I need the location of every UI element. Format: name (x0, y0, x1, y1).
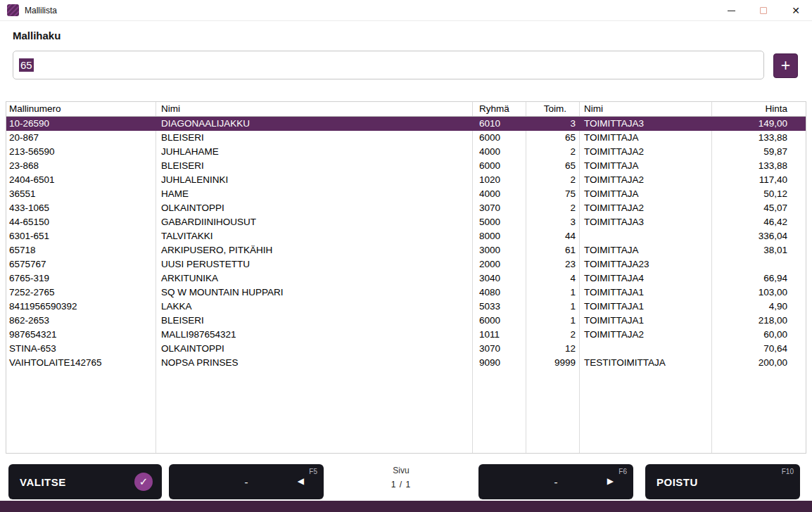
column-header-nimi[interactable]: Nimi (156, 102, 472, 116)
table-cell: TOIMITTAJA2 (579, 145, 711, 159)
titlebar: Mallilista ✕ (0, 0, 812, 21)
minimize-button[interactable] (715, 0, 747, 21)
table-cell: TOIMITTAJA23 (579, 257, 711, 271)
table-cell: 66,94 (711, 271, 806, 286)
table-row[interactable]: 44-65150GABARDIINIHOUSUT50003TOIMITTAJA3… (6, 215, 806, 229)
table-row[interactable]: VAIHTOLAITE142765NOPSA PRINSES90909999TE… (6, 356, 806, 370)
table-cell: 200,00 (711, 356, 806, 370)
table-cell: 36551 (6, 187, 156, 201)
table-cell: 1 (526, 286, 579, 300)
table-cell: LAKKA (156, 300, 472, 314)
table-row[interactable]: STINA-653OLKAINTOPPI30701270,64 (6, 342, 806, 356)
table-cell: 4000 (472, 187, 526, 201)
table-cell: 3040 (472, 271, 526, 286)
table-cell: JUHLALENINKI (156, 173, 472, 187)
table-cell: 433-1065 (6, 201, 156, 215)
column-header-ryhma[interactable]: Ryhmä (472, 102, 526, 116)
table-cell: VAIHTOLAITE142765 (6, 356, 156, 370)
table-row[interactable]: 433-1065OLKAINTOPPI30702TOIMITTAJA245,07 (6, 201, 806, 215)
table-cell: 213-56590 (6, 145, 156, 159)
table-cell: 12 (526, 342, 579, 356)
table-cell: 1011 (472, 328, 526, 342)
table-cell: SQ W MOUNTAIN HUPPARI (156, 286, 472, 300)
add-button[interactable]: + (773, 53, 798, 78)
table-cell: 3 (526, 117, 579, 131)
table-row[interactable]: 213-56590JUHLAHAME40002TOIMITTAJA259,87 (6, 145, 806, 159)
table-row[interactable]: 6301-651TALVITAKKI800044336,04 (6, 229, 806, 243)
bottom-strip (0, 501, 812, 512)
table-cell: 10-26590 (6, 117, 156, 131)
table-cell: 2 (526, 201, 579, 215)
page-label: Sivu (366, 466, 436, 475)
table-row[interactable]: 65718ARKIPUSERO, PITKÄHIH300061TOIMITTAJ… (6, 243, 806, 257)
table-row[interactable]: 6575767UUSI PERUSTETTU200023TOIMITTAJA23 (6, 257, 806, 271)
table-cell: 65718 (6, 243, 156, 257)
search-input-value: 65 (19, 58, 34, 72)
table-row[interactable]: 20-867BLEISERI600065TOIMITTAJA133,88 (6, 131, 806, 145)
table-cell (711, 257, 806, 271)
table-row[interactable]: 36551HAME400075TOIMITTAJA50,12 (6, 187, 806, 201)
table-cell: TOIMITTAJA2 (579, 173, 711, 187)
table-cell: OLKAINTOPPI (156, 201, 472, 215)
results-table: Mallinumero Nimi Ryhmä Toim. Nimi Hinta … (6, 101, 806, 454)
table-cell: TOIMITTAJA (579, 159, 711, 173)
table-body: 10-26590DIAGONAALIJAKKU60103TOIMITTAJA31… (6, 117, 806, 370)
table-cell: 38,01 (711, 243, 806, 257)
table-cell: 218,00 (711, 314, 806, 328)
table-row[interactable]: 7252-2765SQ W MOUNTAIN HUPPARI40801TOIMI… (6, 286, 806, 300)
next-page-button[interactable]: F6 - ▶ (478, 464, 633, 499)
table-cell: 2404-6501 (6, 173, 156, 187)
table-row[interactable]: 23-868BLEISERI600065TOIMITTAJA133,88 (6, 159, 806, 173)
maximize-icon (760, 7, 767, 14)
table-cell: 2 (526, 328, 579, 342)
search-input[interactable]: 65 (13, 51, 764, 79)
table-cell: 9090 (472, 356, 526, 370)
table-row[interactable]: 862-2653BLEISERI60001TOIMITTAJA1218,00 (6, 314, 806, 328)
table-cell: DIAGONAALIJAKKU (156, 117, 472, 131)
table-cell (579, 229, 711, 243)
table-cell: 6010 (472, 117, 526, 131)
table-row[interactable]: 8411956590392LAKKA50331TOIMITTAJA14,90 (6, 300, 806, 314)
page-indicator: Sivu 1 / 1 (366, 466, 436, 489)
column-header-mallinumero[interactable]: Mallinumero (6, 102, 156, 116)
table-cell: 1 (526, 300, 579, 314)
window: Mallilista ✕ Mallihaku 65 + Mallinumero … (0, 0, 812, 512)
table-cell: 44 (526, 229, 579, 243)
table-cell (579, 342, 711, 356)
table-cell: 987654321 (6, 328, 156, 342)
table-cell: 2 (526, 173, 579, 187)
table-cell: 59,87 (711, 145, 806, 159)
table-cell: 23-868 (6, 159, 156, 173)
app-icon (7, 4, 19, 16)
table-cell: UUSI PERUSTETTU (156, 257, 472, 271)
table-cell: 4 (526, 271, 579, 286)
table-cell: TOIMITTAJA (579, 243, 711, 257)
table-row[interactable]: 2404-6501JUHLALENINKI10202TOIMITTAJA2117… (6, 173, 806, 187)
column-header-toimittaja-nimi[interactable]: Nimi (579, 102, 711, 116)
exit-button-label: POISTU (656, 476, 698, 488)
table-cell: 1 (526, 314, 579, 328)
table-cell: 61 (526, 243, 579, 257)
table-cell: MALLI987654321 (156, 328, 472, 342)
table-cell: BLEISERI (156, 131, 472, 145)
table-cell: 6000 (472, 314, 526, 328)
column-header-toim[interactable]: Toim. (526, 102, 579, 116)
table-row[interactable]: 987654321MALLI98765432110112TOIMITTAJA26… (6, 328, 806, 342)
table-row[interactable]: 10-26590DIAGONAALIJAKKU60103TOIMITTAJA31… (6, 117, 806, 131)
column-header-hinta[interactable]: Hinta (711, 102, 806, 116)
maximize-button[interactable] (747, 0, 780, 21)
close-button[interactable]: ✕ (780, 0, 812, 21)
table-cell: 23 (526, 257, 579, 271)
table-cell: 117,40 (711, 173, 806, 187)
table-cell: TOIMITTAJA3 (579, 117, 711, 131)
table-cell: 20-867 (6, 131, 156, 145)
table-cell: 44-65150 (6, 215, 156, 229)
table-cell: 6301-651 (6, 229, 156, 243)
exit-button[interactable]: F10 POISTU (645, 464, 800, 499)
table-row[interactable]: 6765-319ARKITUNIKA30404TOIMITTAJA466,94 (6, 271, 806, 286)
select-button[interactable]: VALITSE ✓ (8, 464, 162, 499)
table-cell: TESTITOIMITTAJA (579, 356, 711, 370)
table-cell: 50,12 (711, 187, 806, 201)
table-cell: 70,64 (711, 342, 806, 356)
prev-page-button[interactable]: F5 - ◀ (169, 464, 324, 499)
